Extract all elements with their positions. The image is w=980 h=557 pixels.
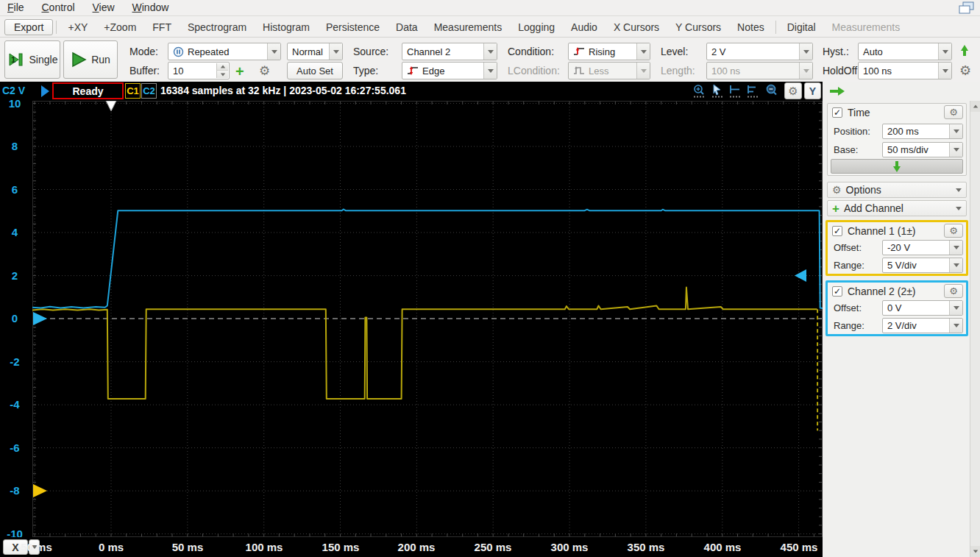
tab-audio[interactable]: Audio <box>563 18 606 36</box>
channel1-group: ✓ Channel 1 (1±) ⚙ Offset: -20 V Range: … <box>825 220 968 276</box>
channel1-range-dropdown-arrow[interactable] <box>949 258 962 272</box>
tab-digital[interactable]: Digital <box>779 18 824 36</box>
buffer-increment-button[interactable] <box>216 63 228 71</box>
holdoff-dropdown-arrow[interactable] <box>938 63 951 79</box>
scope-plot-area[interactable]: 1086420-2-4-6-8-10 <box>0 101 823 537</box>
acquisition-controls-bar: 1 Single Run Mode: Repeated Normal Buffe… <box>0 38 980 82</box>
hysteresis-dropdown-arrow[interactable] <box>938 43 951 60</box>
menu-file[interactable]: File <box>0 0 32 15</box>
channel1-range-label: Range: <box>834 260 864 271</box>
time-base-value: 50 ms/div <box>887 144 928 155</box>
trigger-gear-icon[interactable]: ⚙ <box>959 63 971 79</box>
time-expand-button[interactable] <box>831 159 963 174</box>
sample-info-text: 16384 samples at 32 kHz | 2023-05-02 16:… <box>160 85 406 96</box>
channel1-badge[interactable]: C1 <box>125 83 141 99</box>
zoom-out-icon[interactable] <box>765 84 780 99</box>
channel2-badge[interactable]: C2 <box>141 83 157 99</box>
channel2-checkbox[interactable]: ✓ <box>832 286 842 297</box>
tab-spectrogram[interactable]: Spectrogram <box>180 18 255 36</box>
single-icon: 1 <box>7 51 25 68</box>
mode-select[interactable]: Repeated <box>168 43 281 60</box>
fit-vertical-icon[interactable] <box>746 84 761 99</box>
hysteresis-value: Auto <box>863 46 883 57</box>
channel1-offset-dropdown-arrow[interactable] <box>949 241 962 255</box>
channel2-offset-dropdown-arrow[interactable] <box>949 301 962 315</box>
auto-set-label: Auto Set <box>297 65 333 77</box>
options-dropdown[interactable]: ⚙ Options <box>827 182 967 198</box>
tab-notes[interactable]: Notes <box>729 18 773 36</box>
tab-data[interactable]: Data <box>388 18 426 36</box>
y-axis-button[interactable]: Y <box>804 82 821 99</box>
time-base-select[interactable]: 50 ms/div <box>882 142 963 157</box>
trigger-source-select[interactable]: Channel 2 <box>402 43 497 60</box>
holdoff-select[interactable]: 100 ns <box>858 62 952 79</box>
svg-text:1: 1 <box>11 55 15 64</box>
acquire-filter-dropdown-arrow[interactable] <box>329 43 342 60</box>
menu-view[interactable]: View <box>85 0 122 15</box>
run-button[interactable]: Run <box>63 40 118 79</box>
x-tick-label: -50 ms <box>9 541 60 553</box>
y-tick-label: 6 <box>0 183 29 196</box>
time-position-dropdown-arrow[interactable] <box>949 124 962 138</box>
trigger-source-dropdown-arrow[interactable] <box>483 43 497 60</box>
trigger-type-dropdown-arrow[interactable] <box>483 63 497 79</box>
y-axis-channel-label[interactable]: C2 V <box>2 85 25 96</box>
tab-measurements[interactable]: Measurements <box>426 18 511 36</box>
hysteresis-select[interactable]: Auto <box>858 43 952 60</box>
channel1-gear-button[interactable]: ⚙ <box>944 224 963 238</box>
tab-x-cursors[interactable]: X Cursors <box>606 18 667 36</box>
mode-dropdown-arrow[interactable] <box>267 43 280 60</box>
time-checkbox[interactable]: ✓ <box>832 107 842 118</box>
channel2-offset-select[interactable]: 0 V <box>882 300 963 316</box>
channel2-range-dropdown-arrow[interactable] <box>949 319 962 333</box>
time-base-dropdown-arrow[interactable] <box>949 143 962 157</box>
tab-histogram[interactable]: Histogram <box>255 18 318 36</box>
auto-set-button[interactable]: Auto Set <box>287 62 343 79</box>
pointer-select-icon[interactable] <box>711 84 725 99</box>
export-button[interactable]: Export <box>4 19 53 35</box>
trigger-level-select[interactable]: 2 V <box>706 43 813 60</box>
panel-scrollbar[interactable] <box>970 101 980 557</box>
channel1-range-select[interactable]: 5 V/div <box>882 258 963 273</box>
zoom-in-icon[interactable] <box>692 84 707 99</box>
time-gear-button[interactable]: ⚙ <box>944 105 963 119</box>
add-channel-dropdown[interactable]: + Add Channel <box>827 200 967 216</box>
menu-control[interactable]: Control <box>34 0 82 15</box>
scrollbar-down-arrow[interactable] <box>970 546 980 557</box>
buffer-spinbox[interactable]: 10 <box>168 62 230 79</box>
buffer-gear-icon[interactable]: ⚙ <box>259 63 270 79</box>
window-restore-icon[interactable] <box>958 1 976 15</box>
channel1-checkbox[interactable]: ✓ <box>832 226 842 236</box>
add-buffer-icon[interactable]: + <box>235 64 244 79</box>
view-toolbar: Export +XY +Zoom FFT Spectrogram Histogr… <box>0 17 980 38</box>
time-position-select[interactable]: 200 ms <box>882 124 963 139</box>
tab-measurements-disabled: Measurements <box>824 18 909 36</box>
channel1-offset-select[interactable]: -20 V <box>882 240 963 255</box>
plot-settings-gear-button[interactable]: ⚙ <box>784 82 802 99</box>
trigger-condition-select[interactable]: Rising <box>568 43 650 60</box>
tab-fft[interactable]: FFT <box>144 18 180 36</box>
condition-label: Condition: <box>508 46 554 57</box>
trigger-type-select[interactable]: Edge <box>402 62 497 79</box>
panel-collapse-arrow-icon[interactable] <box>830 87 845 96</box>
trigger-condition-value: Rising <box>589 46 615 57</box>
tab-logging[interactable]: Logging <box>510 18 563 36</box>
channel2-range-label: Range: <box>834 320 864 331</box>
single-button[interactable]: 1 Single <box>4 40 60 79</box>
fit-horizontal-icon[interactable] <box>728 84 743 99</box>
waveform-canvas[interactable] <box>32 101 823 537</box>
trigger-level-up-icon[interactable] <box>961 45 968 57</box>
buffer-decrement-button[interactable] <box>216 71 228 78</box>
scrollbar-up-arrow[interactable] <box>970 101 980 112</box>
tab-xy[interactable]: +XY <box>60 18 96 36</box>
tab-persistence[interactable]: Persistence <box>318 18 388 36</box>
channel2-gear-button[interactable]: ⚙ <box>944 284 963 298</box>
acquire-filter-select[interactable]: Normal <box>287 43 343 60</box>
trigger-length-dropdown-arrow <box>799 63 812 79</box>
trigger-level-dropdown-arrow[interactable] <box>799 43 812 60</box>
tab-y-cursors[interactable]: Y Cursors <box>667 18 729 36</box>
channel2-range-select[interactable]: 2 V/div <box>882 318 963 333</box>
trigger-condition-dropdown-arrow[interactable] <box>636 43 650 60</box>
menu-window[interactable]: Window <box>125 0 177 15</box>
tab-zoom[interactable]: +Zoom <box>96 18 144 36</box>
